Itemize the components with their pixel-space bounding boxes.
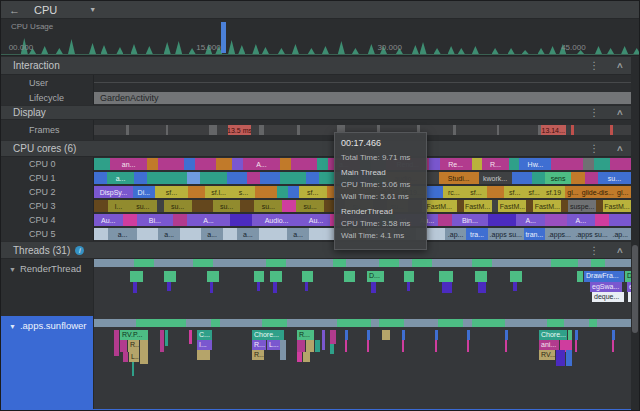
flame-spike[interactable] (132, 362, 134, 376)
track-segment[interactable] (288, 186, 299, 198)
flame-spike[interactable] (330, 330, 336, 344)
track-segment[interactable]: a... (107, 172, 134, 184)
track-segment[interactable] (94, 259, 134, 267)
flame-spike[interactable] (435, 340, 437, 352)
track-segment[interactable] (438, 214, 452, 226)
track-segment[interactable]: R... (482, 158, 509, 170)
collapse-icon[interactable]: ∧ (616, 61, 624, 70)
flame-spike[interactable] (315, 340, 320, 352)
track-segment[interactable] (173, 214, 187, 226)
chevron-down-icon[interactable]: ▼ (89, 6, 96, 13)
track-segment[interactable] (123, 214, 137, 226)
flame-spike[interactable] (254, 271, 264, 282)
selection-marker[interactable] (221, 22, 226, 53)
track-segment[interactable]: s... (232, 186, 254, 198)
lifecycle-event-bar[interactable]: GardenActivity (94, 92, 631, 104)
flame-block[interactable]: C... (197, 330, 212, 340)
track-segment[interactable]: Re... (440, 158, 472, 170)
flame-spike[interactable] (505, 330, 508, 340)
track-segment[interactable] (583, 158, 594, 170)
collapse-triangle-icon[interactable]: ▼ (9, 266, 16, 273)
track-segment[interactable] (578, 259, 591, 267)
track-segment[interactable]: sf... (299, 186, 327, 198)
flame-block[interactable]: ani... (539, 340, 559, 350)
track-segment[interactable] (545, 214, 566, 226)
flame-spike[interactable] (273, 282, 277, 293)
track-segment[interactable] (186, 319, 211, 327)
track-segment[interactable]: 13.5 ms (228, 125, 252, 135)
flame-spike[interactable] (297, 352, 302, 362)
flame-spike[interactable] (189, 330, 192, 344)
track-segment[interactable] (457, 200, 464, 212)
track-segment[interactable]: .apps su... (574, 228, 610, 240)
track-segment[interactable] (184, 158, 195, 170)
flame-spike[interactable] (345, 340, 347, 352)
flame-spike[interactable] (575, 340, 577, 352)
track-segment[interactable]: sf... (504, 186, 526, 198)
track-segment[interactable]: DispSy... (94, 186, 133, 198)
track-segment[interactable]: su... (129, 200, 157, 212)
flame-spike[interactable] (568, 330, 572, 340)
track-segment[interactable] (247, 172, 260, 184)
track-segment[interactable] (211, 319, 219, 327)
track-segment[interactable]: Studi... (439, 172, 479, 184)
track-segment[interactable] (129, 125, 166, 135)
track-segment[interactable] (260, 172, 280, 184)
track-segment[interactable] (492, 200, 499, 212)
flame-spike[interactable] (114, 330, 119, 356)
track-segment[interactable] (277, 186, 288, 198)
track-segment[interactable] (317, 158, 328, 170)
track-segment[interactable] (220, 319, 262, 327)
flame-block[interactable]: egSwa... (590, 282, 622, 292)
lifecycle-track[interactable]: GardenActivity (93, 90, 631, 105)
flame-spike[interactable] (575, 330, 578, 340)
track-segment[interactable] (456, 125, 497, 135)
track-segment[interactable] (232, 158, 243, 170)
track-segment[interactable]: a... (108, 228, 137, 240)
track-segment[interactable] (94, 172, 107, 184)
track-segment[interactable] (94, 319, 136, 327)
track-segment[interactable]: tra... (466, 228, 487, 240)
track-segment[interactable] (561, 200, 568, 212)
track-segment[interactable] (192, 200, 213, 212)
track-segment[interactable] (463, 319, 471, 327)
flame-block[interactable]: L... (129, 352, 139, 362)
thread-track-renderthread[interactable]: D...DrawFra...egSwa...deque...Dra...e... (93, 259, 631, 316)
track-segment[interactable] (153, 319, 187, 327)
collapse-icon[interactable]: ∧ (616, 108, 624, 117)
flame-spike[interactable] (302, 271, 313, 282)
track-segment[interactable] (412, 259, 432, 267)
track-segment[interactable]: a... (287, 228, 308, 240)
flame-spike[interactable] (612, 330, 615, 340)
track-segment[interactable]: l... (108, 200, 129, 212)
collapse-icon[interactable]: ∧ (616, 246, 624, 255)
flame-spike[interactable] (297, 340, 305, 352)
track-segment[interactable]: FastM... (498, 200, 526, 212)
flame-spike[interactable] (439, 271, 453, 282)
track-segment[interactable] (426, 172, 439, 184)
flame-spike[interactable] (577, 271, 583, 282)
flame-spike[interactable] (280, 340, 286, 360)
flame-spike[interactable] (130, 271, 143, 282)
track-segment[interactable] (147, 172, 187, 184)
track-segment[interactable] (287, 319, 337, 327)
track-segment[interactable] (282, 200, 296, 212)
track-segment[interactable] (255, 186, 277, 198)
track-segment[interactable]: A... (516, 214, 545, 226)
track-segment[interactable] (404, 319, 438, 327)
track-segment[interactable] (551, 158, 583, 170)
track-segment[interactable] (591, 259, 604, 267)
flame-spike[interactable] (164, 271, 176, 282)
track-segment[interactable] (291, 158, 318, 170)
flame-spike[interactable] (322, 330, 325, 350)
track-segment[interactable]: su... (296, 200, 324, 212)
flame-spike[interactable] (257, 282, 260, 291)
flame-spike[interactable] (210, 282, 213, 293)
thread-label-renderthread[interactable]: ▼RenderThread (1, 259, 93, 316)
track-segment[interactable]: A... (243, 158, 280, 170)
track-segment[interactable] (337, 319, 371, 327)
track-segment[interactable] (429, 158, 440, 170)
flame-spike[interactable] (367, 340, 369, 352)
track-segment[interactable] (564, 319, 589, 327)
track-segment[interactable]: an... (110, 158, 147, 170)
